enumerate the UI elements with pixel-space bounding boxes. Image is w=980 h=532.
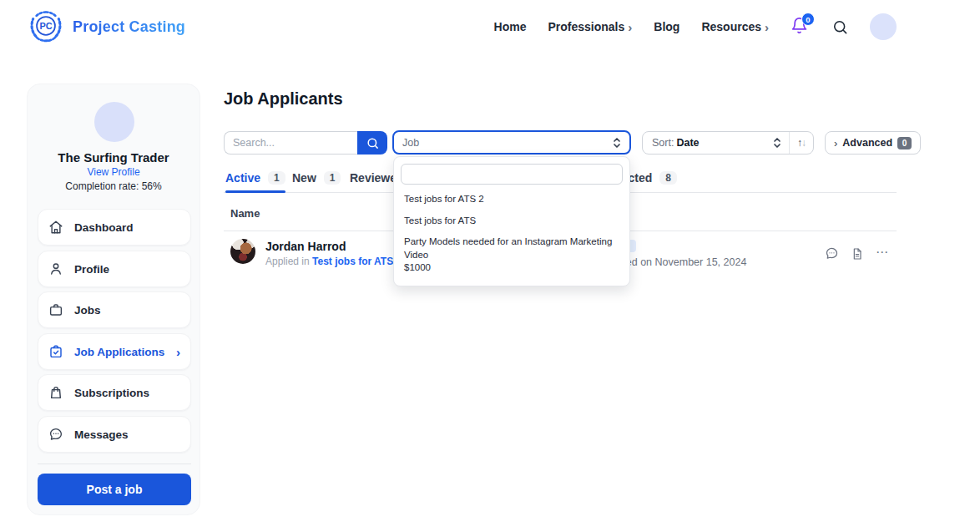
search-input[interactable] bbox=[224, 131, 357, 155]
brand-name: Project Casting bbox=[73, 18, 185, 36]
more-actions-icon[interactable]: ⋯ bbox=[876, 246, 888, 261]
notifications-bell-icon[interactable]: 0 bbox=[791, 16, 811, 38]
search-icon[interactable] bbox=[832, 19, 848, 35]
active-tab-underline bbox=[225, 190, 285, 193]
nav-item-home[interactable]: Home bbox=[494, 20, 527, 33]
page-title: Job Applicants bbox=[224, 89, 343, 109]
sort-label: Sort:Date bbox=[643, 137, 700, 149]
laurel-logo-icon: PC bbox=[25, 6, 67, 48]
nav-item-blog[interactable]: Blog bbox=[654, 20, 679, 33]
user-avatar[interactable] bbox=[870, 13, 897, 40]
sidebar-divider bbox=[38, 464, 191, 464]
sort-value: Date bbox=[676, 137, 699, 149]
sidebar-item-job-applications[interactable]: Job Applications › bbox=[38, 333, 191, 370]
top-nav: PC Project Casting Home Profes bbox=[0, 0, 980, 53]
profile-name: The Surfing Trader bbox=[28, 150, 200, 165]
applied-in-line: Applied in Test jobs for ATS 2 bbox=[265, 256, 402, 267]
tab-new[interactable]: New 1 bbox=[292, 164, 341, 192]
view-profile-link[interactable]: View Profile bbox=[28, 166, 200, 178]
nav-item-professionals[interactable]: Professionals › bbox=[548, 20, 632, 33]
applicant-avatar bbox=[230, 239, 255, 264]
profile-avatar bbox=[94, 102, 134, 142]
job-filter-select[interactable]: Job bbox=[392, 130, 631, 155]
chevron-right-icon: › bbox=[628, 20, 632, 33]
briefcase-icon bbox=[48, 302, 63, 317]
job-option[interactable]: Party Models needed for an Instagram Mar… bbox=[401, 231, 623, 279]
message-applicant-icon[interactable] bbox=[825, 246, 839, 261]
sidebar-item-messages[interactable]: Messages bbox=[38, 416, 191, 453]
select-caret-icon bbox=[613, 137, 621, 149]
sidebar-item-subscriptions[interactable]: Subscriptions bbox=[38, 374, 191, 411]
chevron-right-icon: › bbox=[176, 346, 180, 358]
nav-item-resources[interactable]: Resources › bbox=[701, 20, 769, 33]
user-icon bbox=[48, 261, 63, 276]
chevron-right-icon: › bbox=[834, 138, 837, 149]
completion-rate: Completion rate: 56% bbox=[28, 180, 200, 192]
job-option[interactable]: Test jobs for ATS 2 bbox=[401, 189, 623, 210]
job-link[interactable]: Test jobs for ATS 2 bbox=[312, 256, 402, 267]
advanced-filters-button[interactable]: › Advanced 0 bbox=[825, 131, 921, 155]
applicant-name: Jordan Harrod bbox=[265, 240, 346, 253]
sort-direction-toggle[interactable]: ↑↓ bbox=[790, 137, 813, 149]
post-a-job-button[interactable]: Post a job bbox=[38, 474, 191, 505]
column-header-name: Name bbox=[224, 207, 260, 220]
tab-active[interactable]: Active 1 bbox=[225, 164, 285, 192]
chevron-right-icon: › bbox=[765, 20, 769, 33]
job-option[interactable]: Test jobs for ATS bbox=[401, 210, 623, 232]
job-filter-search-input[interactable] bbox=[401, 164, 623, 185]
advanced-filter-count-badge: 0 bbox=[897, 137, 912, 149]
svg-text:PC: PC bbox=[39, 21, 52, 31]
home-icon bbox=[48, 220, 63, 235]
view-application-document-icon[interactable] bbox=[851, 247, 864, 261]
sidebar-item-profile[interactable]: Profile bbox=[38, 251, 191, 287]
notification-count-badge: 0 bbox=[801, 13, 815, 26]
tab-count-badge: 8 bbox=[659, 171, 677, 185]
job-filter-options: Test jobs for ATS 2 Test jobs for ATS Pa… bbox=[401, 189, 623, 279]
search-button[interactable] bbox=[357, 131, 387, 155]
sidebar-item-dashboard[interactable]: Dashboard bbox=[38, 209, 191, 246]
nav-links: Home Professionals › Blog Resources › 0 bbox=[494, 0, 897, 53]
job-filter-label: Job bbox=[402, 137, 419, 149]
job-filter-dropdown-panel: Test jobs for ATS 2 Test jobs for ATS Pa… bbox=[393, 156, 630, 286]
sort-control[interactable]: Sort:Date ↑↓ bbox=[642, 131, 814, 155]
row-actions: ⋯ bbox=[825, 246, 888, 261]
sidebar: The Surfing Trader View Profile Completi… bbox=[27, 84, 200, 515]
arrow-down-icon: ↓ bbox=[801, 137, 806, 149]
clipboard-check-icon bbox=[48, 344, 63, 359]
tab-count-badge: 1 bbox=[324, 171, 341, 185]
sidebar-item-jobs[interactable]: Jobs bbox=[38, 291, 191, 328]
chat-bubble-icon bbox=[48, 427, 63, 442]
applicant-search bbox=[224, 131, 387, 155]
shopping-bag-icon bbox=[48, 385, 63, 400]
page: PC Project Casting Home Profes bbox=[0, 0, 980, 532]
search-icon bbox=[366, 137, 379, 149]
brand-logo[interactable]: PC Project Casting bbox=[25, 6, 185, 48]
select-caret-icon bbox=[773, 137, 789, 149]
tab-count-badge: 1 bbox=[268, 171, 285, 185]
